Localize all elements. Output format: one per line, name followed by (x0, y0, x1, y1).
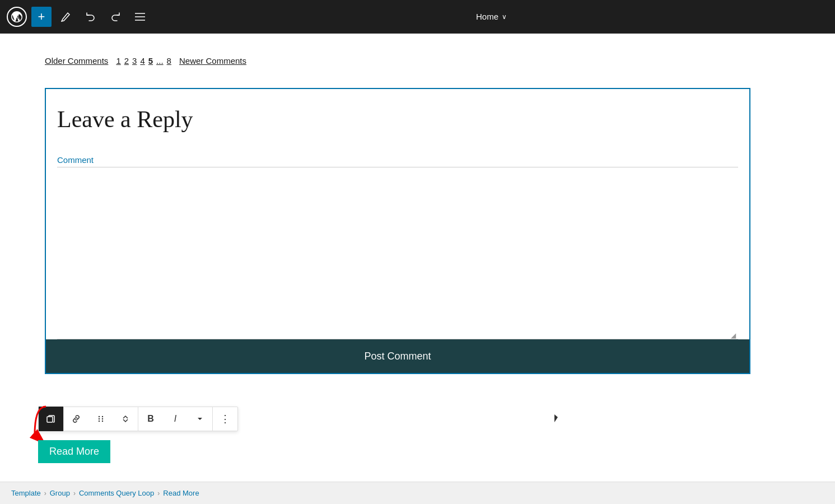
home-button[interactable]: Home ∨ (476, 12, 507, 21)
arrow-icon (29, 401, 74, 446)
toolbar-group-link-drag (64, 407, 138, 431)
toolbar-group-more: ⋮ (213, 407, 237, 431)
breadcrumb-template[interactable]: Template (11, 489, 41, 497)
home-label: Home (476, 12, 498, 21)
page-ellipsis: ... (155, 56, 165, 66)
comment-textarea-wrapper: ◢ (57, 167, 738, 339)
post-comment-bar: Post Comment (46, 339, 749, 373)
newer-comments-link[interactable]: Newer Comments (179, 56, 246, 66)
breadcrumb-read-more[interactable]: Read More (163, 489, 199, 497)
svg-point-6 (99, 418, 100, 419)
breadcrumb-sep-2: › (73, 489, 76, 497)
read-more-button[interactable]: Read More (38, 440, 110, 463)
drag-handle-button[interactable] (88, 407, 113, 431)
pagination: Older Comments 1 2 3 4 5 ... 8 Newer Com… (45, 56, 790, 66)
top-bar-center: Home ∨ (155, 12, 828, 21)
page-8[interactable]: 8 (166, 56, 172, 66)
comment-form-block: Leave a Reply Comment ◢ Post Comment (45, 88, 750, 374)
toolbar-group-format: B I (138, 407, 213, 431)
post-comment-button[interactable]: Post Comment (46, 339, 749, 373)
page-3[interactable]: 3 (131, 56, 138, 66)
main-content: Older Comments 1 2 3 4 5 ... 8 Newer Com… (0, 34, 835, 374)
format-dropdown-button[interactable] (188, 407, 212, 431)
more-options-button[interactable]: ⋮ (213, 407, 237, 431)
page-2[interactable]: 2 (123, 56, 130, 66)
comment-textarea[interactable] (57, 167, 738, 330)
breadcrumb-comments-query-loop[interactable]: Comments Query Loop (79, 489, 154, 497)
pen-button[interactable] (56, 7, 76, 27)
comment-form-inner: Leave a Reply Comment ◢ (46, 89, 749, 339)
page-numbers: 1 2 3 4 5 ... 8 (115, 56, 172, 66)
page-4[interactable]: 4 (139, 56, 146, 66)
add-block-button[interactable]: + (31, 7, 52, 27)
undo-button[interactable] (81, 7, 101, 27)
move-up-down-button[interactable] (113, 407, 138, 431)
wp-logo (7, 7, 27, 27)
svg-point-8 (99, 421, 100, 422)
redo-button[interactable] (105, 7, 125, 27)
svg-point-5 (102, 416, 103, 417)
svg-point-9 (102, 421, 103, 422)
older-comments-link[interactable]: Older Comments (45, 56, 108, 66)
breadcrumb-group[interactable]: Group (50, 489, 70, 497)
page-1[interactable]: 1 (115, 56, 122, 66)
chevron-down-icon: ∨ (502, 13, 507, 21)
menu-button[interactable] (130, 7, 150, 27)
bold-button[interactable]: B (138, 407, 163, 431)
page-5[interactable]: 5 (147, 56, 154, 66)
comment-label: Comment (57, 155, 738, 165)
breadcrumb-bar: Template › Group › Comments Query Loop ›… (0, 482, 835, 504)
leave-reply-title: Leave a Reply (57, 106, 738, 133)
cursor-indicator (554, 414, 561, 424)
top-toolbar: + Home ∨ (0, 0, 835, 34)
breadcrumb-sep-1: › (44, 489, 46, 497)
italic-button[interactable]: I (163, 407, 188, 431)
svg-point-7 (102, 418, 103, 419)
resize-handle: ◢ (57, 332, 738, 339)
svg-point-4 (99, 416, 100, 417)
breadcrumb-sep-3: › (157, 489, 160, 497)
